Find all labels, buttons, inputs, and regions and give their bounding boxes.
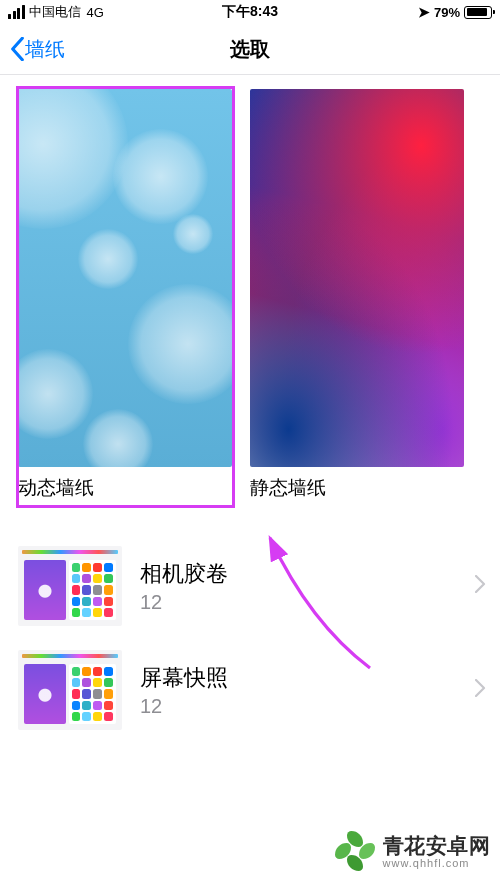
album-list: 相机胶卷 12 屏幕快照 12 [0,539,500,737]
status-right-cluster: ➤ 79% [418,4,492,20]
tile-dynamic-label: 动态墙纸 [18,475,232,501]
album-count: 12 [140,695,228,718]
album-text-group: 屏幕快照 12 [140,663,228,718]
nav-bar: 墙纸 选取 [0,24,500,74]
watermark-text: 青花安卓网 www.qhhfl.com [383,835,491,870]
watermark: 青花安卓网 www.qhhfl.com [335,831,491,873]
battery-percentage: 79% [434,5,460,20]
chevron-left-icon [10,37,25,61]
album-thumbnail [18,546,122,626]
dynamic-wallpaper-thumb [18,89,232,467]
wallpaper-category-grid: 动态墙纸 静态墙纸 [0,75,500,501]
tile-dynamic-wallpaper[interactable]: 动态墙纸 [18,89,232,501]
chevron-right-icon [475,575,486,597]
chevron-right-icon [475,679,486,701]
carrier-label: 中国电信 [29,3,81,21]
location-icon: ➤ [418,4,430,20]
home-mini-icons [69,560,117,620]
album-title: 相机胶卷 [140,559,228,589]
album-title: 屏幕快照 [140,663,228,693]
watermark-name: 青花安卓网 [383,835,491,857]
tile-static-label: 静态墙纸 [250,475,464,501]
signal-strength-icon [8,5,25,19]
back-button[interactable]: 墙纸 [10,36,65,63]
back-label: 墙纸 [25,36,65,63]
album-row-screenshots[interactable]: 屏幕快照 12 [0,643,500,737]
watermark-logo-icon [335,831,377,873]
status-left-cluster: 中国电信 4G [8,3,104,21]
watermark-url: www.qhhfl.com [383,858,491,870]
battery-icon [464,6,492,19]
static-wallpaper-thumb [250,89,464,467]
network-label: 4G [87,5,104,20]
album-text-group: 相机胶卷 12 [140,559,228,614]
album-thumbnail [18,650,122,730]
tile-static-wallpaper[interactable]: 静态墙纸 [250,89,464,501]
page-title: 选取 [0,36,500,63]
album-count: 12 [140,591,228,614]
album-row-camera-roll[interactable]: 相机胶卷 12 [0,539,500,633]
home-mini-icons [69,664,117,724]
status-bar: 中国电信 4G 下午8:43 ➤ 79% [0,0,500,24]
